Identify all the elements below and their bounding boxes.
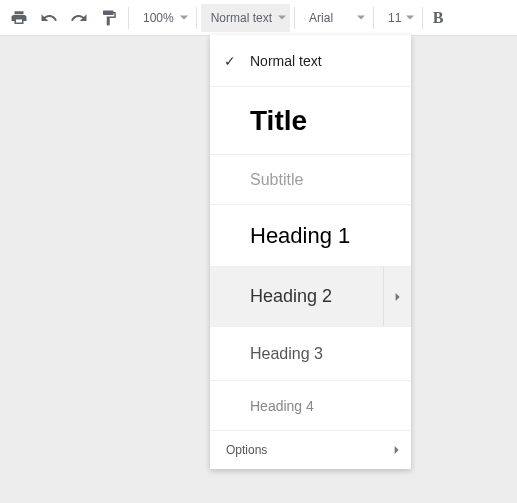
check-icon: ✓ [224,53,236,69]
submenu-arrow-icon[interactable] [383,267,411,326]
toolbar-separator [373,7,374,29]
toolbar-separator [128,7,129,29]
chevron-down-icon [180,11,188,25]
style-item-label: Options [226,443,267,457]
zoom-value: 100% [143,11,174,25]
paragraph-style-value: Normal text [211,11,272,25]
style-item-heading-2[interactable]: Heading 2 [210,267,411,327]
style-item-label: Heading 1 [250,223,350,249]
paragraph-style-dropdown[interactable]: Normal text [201,4,290,32]
style-item-heading-1[interactable]: Heading 1 [210,205,411,267]
toolbar: 100% Normal text Arial 11 B [0,0,517,36]
zoom-dropdown[interactable]: 100% [133,4,192,32]
font-size-dropdown[interactable]: 11 [378,4,418,32]
style-item-label: Subtitle [250,171,303,189]
toolbar-separator [422,7,423,29]
style-item-label: Heading 2 [250,286,332,307]
style-item-heading-4[interactable]: Heading 4 [210,381,411,431]
style-item-label: Heading 3 [250,345,323,363]
style-item-label: Normal text [250,53,322,69]
font-value: Arial [309,11,333,25]
style-item-normal-text[interactable]: ✓ Normal text [210,35,411,87]
submenu-arrow-icon[interactable] [383,431,411,469]
style-item-heading-3[interactable]: Heading 3 [210,327,411,381]
style-item-label: Heading 4 [250,398,314,414]
style-item-title[interactable]: Title [210,87,411,155]
style-item-subtitle[interactable]: Subtitle [210,155,411,205]
chevron-down-icon [278,11,286,25]
paragraph-style-menu: ✓ Normal text Title Subtitle Heading 1 H… [210,35,411,469]
paint-format-icon[interactable] [95,4,123,32]
chevron-down-icon [406,11,414,25]
toolbar-separator [294,7,295,29]
redo-icon[interactable] [65,4,93,32]
toolbar-separator [196,7,197,29]
undo-icon[interactable] [35,4,63,32]
bold-button[interactable]: B [428,4,448,32]
style-item-options[interactable]: Options [210,431,411,469]
font-dropdown[interactable]: Arial [299,4,369,32]
print-icon[interactable] [5,4,33,32]
chevron-down-icon [357,11,365,25]
font-size-value: 11 [388,11,401,25]
style-item-label: Title [250,105,307,137]
